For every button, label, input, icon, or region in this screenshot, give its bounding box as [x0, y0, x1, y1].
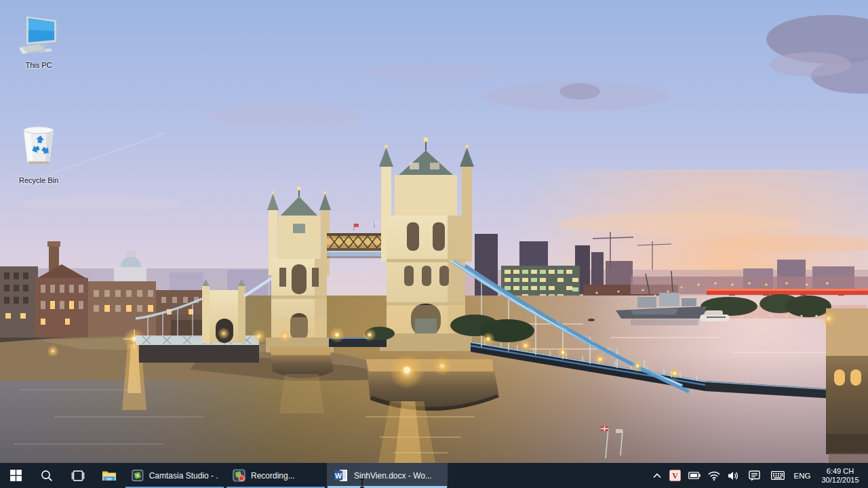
- language-indicator[interactable]: ENG: [789, 463, 815, 488]
- search-button[interactable]: [31, 463, 62, 488]
- action-center-icon: [749, 470, 760, 481]
- clock-time: 6:49 CH: [827, 467, 854, 476]
- language-code: ENG: [794, 472, 811, 480]
- wifi-icon: [708, 471, 720, 481]
- taskbar-button-label: Camtasia Studio - ...: [149, 471, 218, 481]
- desktop-icon-label: Recycle Bin: [19, 176, 58, 184]
- battery-icon: [688, 472, 701, 479]
- task-view-button[interactable]: [62, 463, 94, 488]
- taskbar-empty-area[interactable]: [449, 463, 649, 488]
- show-hidden-icons-button[interactable]: [649, 463, 665, 488]
- network-tray-button[interactable]: [704, 463, 724, 488]
- screen: This PC Recycle Bin: [0, 0, 868, 488]
- tower-bridge-far-tower: [266, 186, 334, 352]
- start-button[interactable]: [0, 463, 31, 488]
- unikey-v-icon: V: [669, 470, 681, 481]
- desktop-icon-this-pc[interactable]: This PC: [6, 12, 71, 70]
- taskbar-button-camtasia[interactable]: Camtasia Studio - ...: [125, 463, 224, 488]
- chevron-up-icon: [653, 473, 661, 479]
- touch-keyboard-icon: [771, 471, 785, 480]
- recycle-bin-icon: [16, 122, 62, 174]
- action-center-button[interactable]: [743, 463, 766, 488]
- taskbar-button-recorder[interactable]: Recording...: [226, 463, 326, 488]
- file-explorer-button[interactable]: [94, 463, 125, 488]
- windows-logo-icon: [10, 470, 22, 481]
- microsoft-word-icon: W: [334, 469, 349, 482]
- svg-text:V: V: [672, 471, 678, 481]
- camtasia-recorder-icon: [233, 469, 245, 482]
- desktop-wallpaper[interactable]: [0, 0, 868, 463]
- taskbar-button-label: Recording...: [251, 471, 295, 481]
- taskbar: Camtasia Studio - ... Recording...: [0, 463, 868, 488]
- desktop-icon-label: This PC: [25, 61, 52, 69]
- battery-tray-button[interactable]: [684, 463, 704, 488]
- camtasia-studio-icon: [132, 469, 144, 482]
- clock-date: 30/12/2015: [821, 476, 859, 485]
- clock[interactable]: 6:49 CH 30/12/2015: [815, 463, 865, 488]
- speaker-icon: [728, 471, 739, 481]
- task-view-icon: [71, 470, 85, 481]
- touch-keyboard-button[interactable]: [766, 463, 789, 488]
- unikey-tray-button[interactable]: V: [665, 463, 684, 488]
- file-explorer-icon: [102, 470, 117, 482]
- search-icon: [41, 470, 53, 482]
- tower-bridge-scene: [0, 0, 868, 463]
- svg-text:W: W: [335, 472, 342, 480]
- system-tray: V: [649, 463, 868, 488]
- north-abutment: [821, 308, 868, 463]
- this-pc-icon: [16, 12, 62, 58]
- taskbar-button-label: SinhVien.docx - Wo...: [354, 471, 432, 481]
- desktop-icon-recycle-bin[interactable]: Recycle Bin: [6, 122, 71, 186]
- volume-tray-button[interactable]: [724, 463, 743, 488]
- taskbar-button-word[interactable]: W SinhVien.docx - Wo...: [327, 463, 448, 488]
